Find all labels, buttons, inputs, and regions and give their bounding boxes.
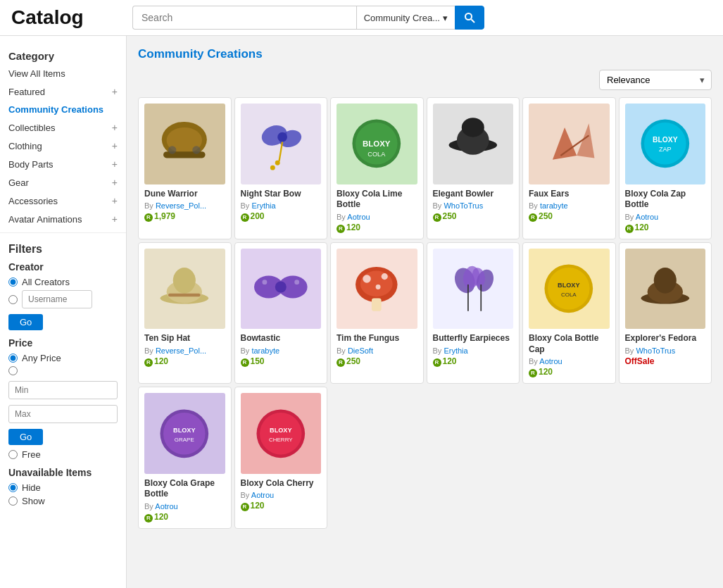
main-heading: Community Creations <box>138 47 712 61</box>
svg-rect-41 <box>372 299 382 311</box>
item-creator-bloxy-cola-zap[interactable]: Aotrou <box>636 213 658 221</box>
item-card-explorers-fedora[interactable]: Explorer's Fedora By WhoToTrus OffSale <box>619 242 712 384</box>
sidebar-item-accessories[interactable]: Accessories + <box>0 192 126 210</box>
free-radio[interactable] <box>8 450 18 459</box>
item-creator-elegant-bowler[interactable]: WhoToTrus <box>444 201 483 210</box>
item-creator-bloxy-cola-cherry[interactable]: Aotrou <box>251 491 274 499</box>
item-card-bloxy-cola-cherry[interactable]: BLOXY CHERRY Bloxy Cola Cherry By Aotrou… <box>234 387 328 529</box>
item-by-bloxy-cola-grape: By Aotrou <box>144 502 225 511</box>
item-creator-bowtastic[interactable]: tarabyte <box>251 346 279 355</box>
item-card-dune-warrior[interactable]: Dune Warrior By Reverse_Pol... R1,979 <box>138 97 232 239</box>
price-max-input[interactable] <box>8 405 118 423</box>
creator-go-button[interactable]: Go <box>8 314 43 330</box>
svg-point-49 <box>548 268 590 310</box>
username-radio-row[interactable] <box>8 290 118 308</box>
item-by-faux-ears: By tarabyte <box>529 201 610 210</box>
sort-select[interactable]: Relevance Most Favorited Best Selling Re… <box>599 70 712 90</box>
price-min-input[interactable] <box>8 381 118 399</box>
username-input[interactable] <box>22 290 92 308</box>
item-creator-explorers-fedora[interactable]: WhoToTrus <box>636 346 675 355</box>
sidebar-item-all-items[interactable]: View All Items <box>0 65 126 82</box>
item-card-elegant-bowler[interactable]: Elegant Bowler By WhoToTrus R250 <box>427 97 520 239</box>
price-range-radio-row[interactable] <box>8 366 118 375</box>
item-name-tim-the-fungus: Tim the Fungus <box>337 333 417 344</box>
item-image-night-star-bow <box>249 111 313 176</box>
sidebar-item-community-creations[interactable]: Community Creations <box>0 101 126 118</box>
svg-text:BLOXY: BLOXY <box>270 426 292 433</box>
all-creators-radio-row[interactable]: All Creators <box>8 277 118 287</box>
item-image-tim-the-fungus <box>344 256 409 321</box>
item-by-bowtastic: By tarabyte <box>241 346 322 355</box>
plus-icon-gear: + <box>112 177 118 188</box>
sidebar-label-accessories: Accessories <box>8 196 58 206</box>
svg-marker-20 <box>553 127 577 160</box>
item-creator-bloxy-cola-lime[interactable]: Aotrou <box>347 213 370 221</box>
price-heading: Price <box>8 337 118 349</box>
search-category-dropdown[interactable]: Community Crea... ▾ <box>356 6 455 30</box>
svg-point-12 <box>270 165 275 170</box>
item-image-dune-warrior <box>152 111 217 176</box>
item-card-tim-the-fungus[interactable]: Tim the Fungus By DieSoft R250 <box>330 242 424 384</box>
item-creator-bloxy-cola-cap[interactable]: Aotrou <box>539 357 562 365</box>
svg-point-60 <box>260 413 302 455</box>
sidebar-item-collectibles[interactable]: Collectibles + <box>0 118 126 137</box>
hide-radio[interactable] <box>8 483 18 492</box>
any-price-radio[interactable] <box>8 354 18 363</box>
item-image-elegant-bowler <box>441 111 505 176</box>
item-thumb-dune-warrior <box>144 104 225 184</box>
item-creator-faux-ears[interactable]: tarabyte <box>540 201 568 210</box>
svg-text:COLA: COLA <box>368 151 386 158</box>
hide-radio-row[interactable]: Hide <box>8 482 118 493</box>
show-radio-row[interactable]: Show <box>8 496 118 506</box>
item-by-explorers-fedora: By WhoToTrus <box>625 346 706 355</box>
item-name-night-star-bow: Night Star Bow <box>241 189 322 200</box>
free-radio-row[interactable]: Free <box>8 449 118 460</box>
item-creator-night-star-bow[interactable]: Erythia <box>251 201 275 210</box>
show-radio[interactable] <box>8 496 18 506</box>
item-by-bloxy-cola-cap: By Aotrou <box>529 357 610 365</box>
any-price-radio-row[interactable]: Any Price <box>8 353 118 363</box>
robux-icon: R <box>625 225 634 233</box>
item-card-bloxy-cola-cap[interactable]: BLOXY COLA Bloxy Cola Bottle Cap By Aotr… <box>522 242 616 384</box>
sidebar-label-clothing: Clothing <box>8 141 42 151</box>
svg-rect-30 <box>168 294 201 297</box>
item-creator-bloxy-cola-grape[interactable]: Aotrou <box>155 502 177 511</box>
item-card-bowtastic[interactable]: Bowtastic By tarabyte R150 <box>234 242 328 384</box>
any-price-label: Any Price <box>22 353 61 363</box>
item-price-ten-sip-hat: R120 <box>144 356 225 367</box>
sidebar-item-gear[interactable]: Gear + <box>0 173 126 192</box>
sidebar-item-avatar-animations[interactable]: Avatar Animations + <box>0 210 126 228</box>
item-card-bloxy-cola-grape[interactable]: BLOXY GRAPE Bloxy Cola Grape Bottle By A… <box>138 387 232 529</box>
item-name-ten-sip-hat: Ten Sip Hat <box>144 333 225 344</box>
item-price-explorers-fedora: OffSale <box>625 356 706 366</box>
item-card-faux-ears[interactable]: Faux Ears By tarabyte R250 <box>522 97 616 239</box>
item-creator-ten-sip-hat[interactable]: Reverse_Pol... <box>156 346 206 355</box>
item-card-butterfly-earpieces[interactable]: Butterfly Earpieces By Erythia R120 <box>427 242 520 384</box>
item-image-bloxy-cola-zap: BLOXY ZAP <box>633 111 698 176</box>
item-creator-dune-warrior[interactable]: Reverse_Pol... <box>156 201 206 210</box>
sidebar-label-avatar-animations: Avatar Animations <box>8 214 82 225</box>
item-thumb-butterfly-earpieces <box>433 249 514 330</box>
sidebar-item-body-parts[interactable]: Body Parts + <box>0 155 126 173</box>
search-input[interactable] <box>132 6 356 30</box>
layout: Category View All Items Featured + Commu… <box>0 36 723 588</box>
all-creators-radio[interactable] <box>8 277 18 287</box>
item-creator-butterfly-earpieces[interactable]: Erythia <box>444 346 467 355</box>
item-price-faux-ears: R250 <box>529 211 610 222</box>
robux-icon: R <box>241 503 249 511</box>
price-range-radio[interactable] <box>8 366 18 375</box>
username-radio[interactable] <box>8 295 18 304</box>
item-card-bloxy-cola-lime[interactable]: BLOXY COLA Bloxy Cola Lime Bottle By Aot… <box>330 97 424 239</box>
item-card-night-star-bow[interactable]: Night Star Bow By Erythia R200 <box>234 97 328 239</box>
item-card-ten-sip-hat[interactable]: Ten Sip Hat By Reverse_Pol... R120 <box>138 242 232 384</box>
sidebar-item-clothing[interactable]: Clothing + <box>0 137 126 155</box>
item-by-bloxy-cola-lime: By Aotrou <box>337 213 417 221</box>
item-card-bloxy-cola-zap[interactable]: BLOXY ZAP Bloxy Cola Zap Bottle By Aotro… <box>619 97 712 239</box>
item-price-bowtastic: R150 <box>241 356 322 367</box>
item-by-elegant-bowler: By WhoToTrus <box>433 201 514 210</box>
item-thumb-bloxy-cola-cap: BLOXY COLA <box>529 249 610 330</box>
sidebar-item-featured[interactable]: Featured + <box>0 82 126 101</box>
search-button[interactable] <box>455 6 484 30</box>
price-go-button[interactable]: Go <box>8 429 43 445</box>
item-creator-tim-the-fungus[interactable]: DieSoft <box>348 346 373 355</box>
